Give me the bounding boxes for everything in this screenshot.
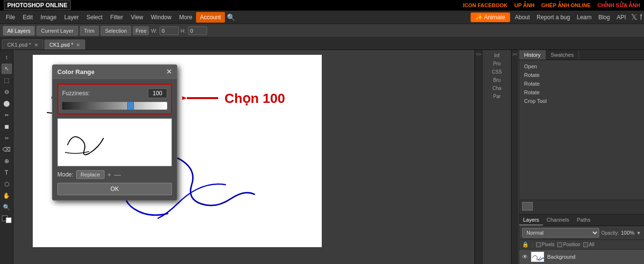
history-item-open[interactable]: Open bbox=[521, 62, 642, 71]
side-bru[interactable]: Bru bbox=[484, 76, 510, 84]
side-css[interactable]: CSS bbox=[484, 68, 510, 75]
tool-text[interactable]: T bbox=[1, 167, 12, 178]
layers-section: Layers Channels Paths Normal Opacity: 10… bbox=[519, 214, 644, 264]
collapse-right-panel: >< bbox=[511, 50, 519, 264]
menu-more[interactable]: More bbox=[175, 12, 196, 23]
history-item-rotate-3[interactable]: Rotate bbox=[521, 88, 642, 97]
tool-magic-wand[interactable]: ⬤ bbox=[1, 98, 12, 109]
tool-clone[interactable]: ⌫ bbox=[1, 144, 12, 155]
slider-thumb[interactable] bbox=[127, 101, 134, 110]
pixels-checkbox[interactable] bbox=[536, 242, 541, 247]
tool-lasso[interactable]: ⊖ bbox=[1, 87, 12, 97]
menu-report-bug[interactable]: Report a bug bbox=[535, 13, 572, 22]
all-checkbox[interactable] bbox=[583, 242, 588, 247]
history-item-rotate-1[interactable]: Rotate bbox=[521, 71, 642, 79]
fill-dropdown-icon[interactable]: ▼ bbox=[636, 230, 641, 236]
brand-links: ICON FACEBOOK UP ẢNH GHÉP ẢNH ONLINE CHỈ… bbox=[463, 2, 640, 9]
paths-tab[interactable]: Paths bbox=[573, 215, 594, 226]
swatches-tab[interactable]: Swatches bbox=[546, 50, 579, 60]
tool-gradient[interactable]: ⊕ bbox=[1, 156, 12, 166]
brand-link-4[interactable]: CHỈNH SỬA ẢNH bbox=[597, 2, 640, 9]
selection-button[interactable]: Selection bbox=[101, 26, 131, 36]
animate-button[interactable]: ✨ Animate bbox=[471, 13, 510, 22]
menu-blog[interactable]: Blog bbox=[596, 13, 612, 22]
history-item-rotate-2[interactable]: Rotate bbox=[521, 79, 642, 88]
menu-filter[interactable]: Filter bbox=[106, 12, 127, 23]
menu-select[interactable]: Select bbox=[82, 12, 106, 23]
fuzziness-row: Fuzziness: bbox=[62, 88, 167, 98]
tab-1[interactable]: CK1.psd * ✕ bbox=[2, 39, 43, 50]
fuzziness-slider[interactable] bbox=[62, 102, 167, 110]
mode-minus-icon[interactable]: — bbox=[114, 171, 121, 178]
close-tab-2-icon[interactable]: ✕ bbox=[76, 42, 80, 48]
fuzziness-input[interactable] bbox=[148, 88, 167, 98]
foreground-bg-color[interactable] bbox=[2, 215, 12, 223]
h-label: H: bbox=[181, 28, 186, 34]
menu-about[interactable]: About bbox=[513, 13, 532, 22]
position-option: Position bbox=[557, 242, 580, 247]
all-option: All bbox=[583, 242, 594, 247]
layer-visibility-icon[interactable]: 👁 bbox=[522, 253, 528, 260]
tool-hand[interactable]: ✋ bbox=[1, 190, 12, 201]
collapse-right-icon[interactable]: >< bbox=[513, 52, 518, 57]
twitter-icon[interactable]: 𝕏 bbox=[631, 13, 637, 22]
all-layers-button[interactable]: All Layers bbox=[3, 26, 35, 36]
tool-shape[interactable]: ⬡ bbox=[1, 179, 12, 189]
tool-pencil[interactable]: ✏ bbox=[1, 110, 12, 120]
brand-link-2[interactable]: UP ẢNH bbox=[514, 2, 535, 9]
side-par[interactable]: Par bbox=[484, 93, 510, 100]
dialog-close-button[interactable]: ✕ bbox=[166, 68, 172, 75]
menu-window[interactable]: Window bbox=[147, 12, 175, 23]
channels-tab[interactable]: Channels bbox=[543, 215, 573, 226]
w-input[interactable] bbox=[159, 26, 179, 35]
layer-row-background[interactable]: 👁 Background bbox=[519, 250, 644, 264]
image-tool-icon[interactable] bbox=[522, 202, 533, 211]
mode-row: Mode: Replace + — bbox=[57, 170, 172, 179]
tool-brush[interactable]: ◼ bbox=[1, 121, 12, 132]
blend-mode-select[interactable]: Normal bbox=[522, 228, 599, 238]
mode-label: Mode: bbox=[57, 171, 73, 178]
facebook-icon[interactable]: f bbox=[640, 13, 642, 22]
tool-marquee[interactable]: ⬚ bbox=[1, 75, 12, 86]
current-layer-button[interactable]: Current Layer bbox=[37, 26, 78, 36]
canvas-area: Color Range ✕ Fuzziness: bbox=[13, 50, 474, 264]
menu-view[interactable]: View bbox=[127, 12, 147, 23]
trim-button[interactable]: Trim bbox=[80, 26, 99, 36]
menu-file[interactable]: File bbox=[2, 12, 19, 23]
position-checkbox[interactable] bbox=[557, 242, 562, 247]
tool-select[interactable]: ↖ bbox=[1, 63, 12, 74]
menu-edit[interactable]: Edit bbox=[19, 12, 37, 23]
brand-link-3[interactable]: GHÉP ẢNH ONLINE bbox=[541, 2, 591, 9]
side-inf[interactable]: Inf bbox=[484, 52, 510, 59]
search-icon[interactable]: 🔍 bbox=[227, 13, 235, 21]
menu-layer[interactable]: Layer bbox=[60, 12, 82, 23]
layers-options: 🔒 : Pixels Position All bbox=[519, 240, 644, 250]
ok-button[interactable]: OK bbox=[57, 183, 172, 195]
layer-thumb-svg bbox=[531, 252, 544, 262]
history-tab[interactable]: History bbox=[519, 50, 546, 60]
menu-image[interactable]: Image bbox=[37, 12, 60, 23]
brand-link-1[interactable]: ICON FACEBOOK bbox=[463, 2, 508, 9]
layers-tabs: Layers Channels Paths bbox=[519, 215, 644, 226]
tool-zoom[interactable]: 🔍 bbox=[1, 202, 12, 213]
mode-plus-icon[interactable]: + bbox=[107, 171, 111, 178]
annotation-area: Chọn 100 bbox=[182, 88, 285, 108]
side-pro[interactable]: Pro bbox=[484, 60, 510, 67]
side-cha[interactable]: Cha bbox=[484, 85, 510, 92]
mode-select[interactable]: Free bbox=[133, 26, 149, 35]
annotation-text: Chọn 100 bbox=[224, 90, 285, 106]
history-item-crop[interactable]: Crop Tool bbox=[521, 97, 642, 105]
layers-tab[interactable]: Layers bbox=[519, 215, 543, 226]
layers-controls: Normal Opacity: 100% ▼ bbox=[519, 226, 644, 240]
mode-replace-button[interactable]: Replace bbox=[76, 170, 104, 179]
h-input[interactable] bbox=[188, 26, 207, 35]
menu-api[interactable]: API bbox=[615, 13, 628, 22]
image-tools-row bbox=[519, 200, 644, 214]
tool-move[interactable]: ↕ bbox=[1, 52, 12, 63]
tab-2[interactable]: CK1.psd * ✕ bbox=[44, 39, 86, 50]
tool-eraser[interactable]: ✂ bbox=[1, 133, 12, 143]
menu-learn[interactable]: Learn bbox=[575, 13, 593, 22]
collapse-left-icon[interactable]: <> bbox=[476, 52, 481, 57]
close-tab-1-icon[interactable]: ✕ bbox=[34, 42, 38, 48]
menu-account[interactable]: Account bbox=[196, 12, 224, 23]
